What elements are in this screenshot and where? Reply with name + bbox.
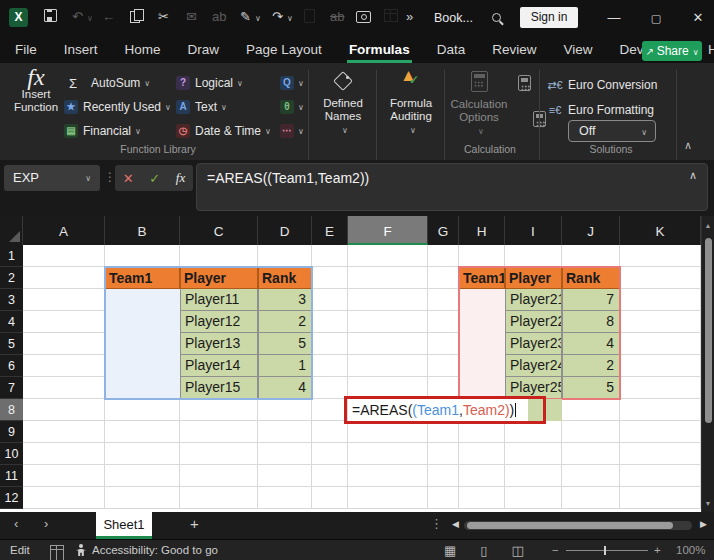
row-header-6[interactable]: 6: [0, 355, 23, 377]
draw-touch-icon[interactable]: ✎: [240, 9, 261, 27]
next-sheet-icon[interactable]: ›: [44, 516, 48, 531]
financial-button[interactable]: ▤Financial: [64, 120, 141, 142]
table-cell[interactable]: Player11: [180, 289, 258, 311]
sign-in-button[interactable]: Sign in: [520, 7, 578, 28]
cell-edit-area[interactable]: =AREAS((Team1,Team2)): [348, 399, 528, 421]
column-header-G[interactable]: G: [428, 216, 459, 245]
row-header-4[interactable]: 4: [0, 311, 23, 333]
scroll-down-icon[interactable]: ▼: [702, 500, 714, 507]
row-header-12[interactable]: 12: [0, 487, 23, 509]
table-header-cell[interactable]: Player: [180, 267, 258, 289]
search-icon[interactable]: [492, 13, 504, 25]
horizontal-scroll-thumb[interactable]: [467, 522, 673, 529]
row-header-3[interactable]: 3: [0, 289, 23, 311]
table-cell[interactable]: 5: [258, 333, 312, 355]
column-header-B[interactable]: B: [105, 216, 180, 245]
name-box[interactable]: EXP: [4, 165, 100, 191]
undo-icon[interactable]: ↶: [72, 9, 93, 27]
table-header-cell[interactable]: Player: [505, 267, 562, 289]
close-button[interactable]: ✕: [688, 8, 708, 28]
math-trig-button[interactable]: θ: [280, 96, 304, 118]
table-cell[interactable]: 3: [258, 289, 312, 311]
ribbon-tab-home[interactable]: Home: [125, 42, 161, 57]
autosum-button[interactable]: ΣAutoSum: [64, 72, 150, 94]
table-cell[interactable]: 8: [562, 311, 620, 333]
table-cell[interactable]: 1: [258, 355, 312, 377]
collapse-ribbon-icon[interactable]: ∧: [684, 139, 692, 152]
column-header-A[interactable]: A: [23, 216, 105, 245]
zoom-in-button[interactable]: +: [654, 540, 661, 560]
minimize-button[interactable]: —: [604, 8, 624, 28]
prev-sheet-icon[interactable]: ‹: [14, 516, 18, 531]
table-cell[interactable]: 7: [562, 289, 620, 311]
maximize-button[interactable]: ▢: [646, 8, 666, 28]
save-icon[interactable]: [44, 9, 57, 26]
add-sheet-button[interactable]: +: [190, 515, 199, 532]
view-shortcut-icons[interactable]: ▦▯◫: [444, 540, 548, 560]
table-cell[interactable]: 4: [258, 377, 312, 399]
insert-function-button[interactable]: fx Insert Function: [8, 71, 64, 114]
formula-auditing-button[interactable]: Formula Auditing: [382, 71, 440, 137]
euro-formatting-button[interactable]: ≡€ Euro Formatting: [546, 99, 654, 121]
back-icon[interactable]: ←: [102, 9, 115, 25]
table-cell[interactable]: 4: [562, 333, 620, 355]
accessibility-status[interactable]: Accessibility: Good to go: [92, 540, 218, 560]
chevron-down-icon[interactable]: [298, 103, 304, 112]
lookup-reference-button[interactable]: Q: [280, 72, 304, 94]
chevron-down-icon[interactable]: [144, 79, 150, 88]
chevron-down-icon[interactable]: [135, 127, 141, 136]
sheet-tab-sheet1[interactable]: Sheet1: [96, 512, 152, 539]
table-cell[interactable]: Player21: [505, 289, 562, 311]
scroll-up-icon[interactable]: ▲: [702, 222, 714, 229]
horizontal-scrollbar[interactable]: [464, 521, 692, 530]
euro-conversion-button[interactable]: ⇄€ Euro Conversion: [546, 74, 657, 96]
zoom-slider-thumb[interactable]: [604, 546, 606, 555]
recently-used-button[interactable]: ★Recently Used: [64, 96, 171, 118]
strikethrough-icon[interactable]: ab: [330, 9, 344, 25]
row-header-10[interactable]: 10: [0, 443, 23, 465]
camera-icon[interactable]: [356, 9, 371, 27]
chevron-down-icon[interactable]: [237, 79, 243, 88]
table-cell[interactable]: Player25: [505, 377, 562, 399]
hscroll-right-icon[interactable]: ▶: [700, 519, 707, 529]
table-cell[interactable]: Player22: [505, 311, 562, 333]
column-header-D[interactable]: D: [258, 216, 312, 245]
share-button[interactable]: ↗ Share: [642, 41, 702, 61]
vertical-scroll-thumb[interactable]: [705, 238, 712, 423]
ribbon-tab-insert[interactable]: Insert: [64, 42, 98, 57]
euro-off-dropdown[interactable]: Off: [568, 120, 656, 142]
table-cell[interactable]: Player15: [180, 377, 258, 399]
row-header-7[interactable]: 7: [0, 377, 23, 399]
row-header-8[interactable]: 8: [0, 399, 23, 421]
mail-icon[interactable]: ✉: [186, 9, 197, 25]
hscroll-left-icon[interactable]: ◀: [452, 519, 459, 529]
zoom-slider[interactable]: [566, 550, 648, 551]
ribbon-tab-file[interactable]: File: [15, 42, 37, 57]
expand-formula-bar-icon[interactable]: ∧: [689, 169, 697, 182]
defined-names-button[interactable]: Defined Names: [314, 71, 372, 137]
table-cell[interactable]: Player13: [180, 333, 258, 355]
copy-icon[interactable]: [130, 9, 140, 27]
ribbon-tab-view[interactable]: View: [563, 42, 592, 57]
table-header-cell[interactable]: Rank: [258, 267, 312, 289]
row-header-2[interactable]: 2: [0, 267, 23, 289]
calculate-now-button[interactable]: [518, 75, 531, 91]
row-header-9[interactable]: 9: [0, 421, 23, 443]
cancel-icon[interactable]: ✕: [123, 171, 134, 186]
chevron-down-icon[interactable]: [287, 14, 293, 23]
column-header-H[interactable]: H: [459, 216, 505, 245]
row-header-5[interactable]: 5: [0, 333, 23, 355]
select-all-corner[interactable]: [0, 216, 23, 245]
row-header-1[interactable]: 1: [0, 245, 23, 267]
ribbon-tab-help[interactable]: Help: [708, 42, 714, 57]
date-time-button[interactable]: ◷Date & Time: [176, 120, 271, 142]
table-cell[interactable]: Player23: [505, 333, 562, 355]
chevron-down-icon[interactable]: [87, 14, 93, 23]
chevron-down-icon[interactable]: [221, 103, 227, 112]
ribbon-tab-page-layout[interactable]: Page Layout: [246, 42, 322, 57]
column-header-F[interactable]: F: [348, 216, 428, 245]
ribbon-tab-formulas[interactable]: Formulas: [349, 42, 410, 57]
qat-overflow-button[interactable]: »: [406, 9, 413, 25]
formula-input[interactable]: =AREAS((Team1,Team2)) ∧: [196, 163, 708, 211]
chevron-down-icon[interactable]: [265, 127, 271, 136]
